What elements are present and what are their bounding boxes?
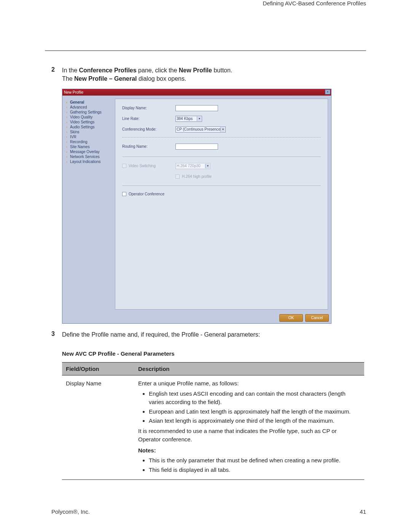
sidebar-item-video-quality[interactable]: ›Video Quality — [66, 115, 113, 119]
page-header-title: Defining AVC-Based Conference Profiles — [0, 0, 366, 6]
t: Asian text length is approximately one t… — [149, 417, 360, 425]
sidebar-item-network-services[interactable]: ›Network Services — [66, 155, 113, 159]
t: It is recommended to use a name that ind… — [138, 428, 337, 443]
operator-conference-checkbox[interactable] — [122, 192, 126, 196]
chevron-down-icon: ▾ — [197, 117, 201, 121]
header-rule — [45, 50, 366, 51]
step-3-number: 3 — [51, 331, 62, 339]
step-3: 3 Define the Profile name and, if requir… — [51, 331, 366, 339]
chevron-right-icon: › — [66, 150, 70, 154]
t: This field is displayed in all tabs. — [149, 466, 360, 474]
sidebar-item-label: General — [70, 100, 84, 104]
chevron-right-icon: › — [66, 105, 70, 109]
sidebar-item-site-names[interactable]: ›Site Names — [66, 145, 113, 149]
sidebar-item-label: Video Settings — [70, 120, 94, 124]
routing-name-input[interactable] — [175, 144, 218, 150]
sidebar-item-label: Site Names — [70, 145, 90, 149]
t: pane, click the — [137, 67, 179, 73]
chevron-right-icon: › — [66, 160, 70, 164]
chevron-right-icon: › — [66, 120, 70, 124]
video-switching-label: Video Switching — [129, 164, 156, 168]
ok-button[interactable]: OK — [279, 314, 303, 322]
dialog-footer: OK Cancel — [62, 313, 331, 323]
sidebar-item-recording[interactable]: ›Recording — [66, 140, 113, 144]
sidebar-item-label: Layout Indications — [70, 160, 101, 164]
video-switching-group: Video Switching H.264 720p30 ▾ H.264 hig… — [122, 163, 321, 179]
sidebar-item-skins[interactable]: ›Skins — [66, 130, 113, 134]
step-2-text: In the Conference Profiles pane, click t… — [62, 66, 232, 83]
dialog-sidebar: ›General ›Advanced ›Gathering Settings ›… — [62, 96, 115, 313]
footer-page-number: 41 — [360, 508, 366, 515]
conf-mode-value: CP (Continuous Presence) — [177, 127, 222, 131]
t: European and Latin text length is approx… — [149, 407, 360, 416]
h264-high-profile-label: H.264 high profile — [182, 174, 212, 179]
video-switching-select: H.264 720p30 ▾ — [175, 163, 210, 169]
chevron-right-icon: › — [66, 155, 70, 159]
sidebar-item-label: Message Overlay — [70, 150, 100, 154]
step-3-text: Define the Profile name and, if required… — [62, 331, 260, 339]
table-cell-description: Enter a unique Profile name, as follows:… — [134, 375, 364, 480]
sidebar-item-message-overlay[interactable]: ›Message Overlay — [66, 150, 113, 154]
h264-high-profile-checkbox — [175, 174, 180, 179]
cancel-button[interactable]: Cancel — [305, 314, 329, 322]
routing-name-label: Routing Name: — [122, 144, 175, 149]
chevron-right-icon: › — [66, 115, 70, 119]
sidebar-item-label: Network Services — [70, 155, 100, 159]
footer-company: Polycom®, Inc. — [51, 508, 90, 515]
operator-conference-label: Operator Conference — [129, 192, 164, 196]
new-profile-dialog: New Profile × ›General ›Advanced ›Gather… — [62, 89, 331, 324]
table-title: New AVC CP Profile - General Parameters — [62, 350, 366, 357]
t: English text uses ASCII encoding and can… — [149, 390, 360, 407]
t: Conference Profiles — [79, 67, 136, 73]
sidebar-item-general[interactable]: ›General — [66, 100, 113, 104]
sidebar-item-layout-indications[interactable]: ›Layout Indications — [66, 160, 113, 164]
t: Enter a unique Profile name, as follows: — [138, 380, 239, 387]
separator — [122, 157, 321, 157]
table-row: Display Name Enter a unique Profile name… — [62, 375, 364, 480]
line-rate-value: 384 Kbps — [177, 117, 193, 121]
sidebar-item-advanced[interactable]: ›Advanced — [66, 105, 113, 109]
sidebar-item-label: Recording — [70, 140, 88, 144]
chevron-right-icon: › — [66, 140, 70, 144]
step-2: 2 In the Conference Profiles pane, click… — [51, 66, 366, 83]
sidebar-item-ivr[interactable]: ›IVR — [66, 135, 113, 139]
t: The — [62, 75, 74, 82]
sidebar-item-label: Audio Settings — [70, 125, 95, 129]
step-2-number: 2 — [51, 66, 62, 83]
t: dialog box opens. — [137, 75, 186, 82]
sidebar-item-video-settings[interactable]: ›Video Settings — [66, 120, 113, 124]
table-header-description: Description — [134, 363, 364, 375]
close-icon[interactable]: × — [325, 89, 330, 94]
table-header-field: Field/Option — [62, 363, 134, 375]
line-rate-label: Line Rate: — [122, 117, 175, 121]
notes-label: Notes: — [138, 446, 360, 455]
separator — [122, 185, 321, 186]
separator — [122, 137, 321, 137]
chevron-right-icon: › — [66, 125, 70, 129]
video-switching-select-value: H.264 720p30 — [177, 164, 201, 168]
sidebar-item-label: Advanced — [70, 105, 87, 109]
sidebar-item-label: IVR — [70, 135, 76, 139]
sidebar-item-label: Skins — [70, 130, 79, 134]
chevron-right-icon: › — [66, 101, 70, 104]
dialog-title: New Profile — [64, 90, 83, 94]
sidebar-item-label: Video Quality — [70, 115, 92, 119]
table-cell-field: Display Name — [62, 375, 134, 480]
chevron-right-icon: › — [66, 135, 70, 139]
sidebar-item-gathering[interactable]: ›Gathering Settings — [66, 110, 113, 114]
t: New Profile — [179, 67, 212, 73]
video-switching-checkbox — [122, 164, 126, 168]
chevron-down-icon: ▾ — [205, 164, 210, 168]
t: New Profile – General — [74, 75, 137, 82]
line-rate-select[interactable]: 384 Kbps ▾ — [175, 116, 202, 122]
conf-mode-label: Conferencing Mode: — [122, 127, 175, 131]
display-name-input[interactable] — [175, 105, 218, 111]
parameters-table: Field/Option Description Display Name En… — [62, 362, 364, 480]
chevron-right-icon: › — [66, 145, 70, 149]
t: button. — [212, 67, 232, 73]
conf-mode-select[interactable]: CP (Continuous Presence) ▾ — [175, 126, 226, 133]
sidebar-item-audio-settings[interactable]: ›Audio Settings — [66, 125, 113, 129]
t: In the — [62, 67, 79, 73]
chevron-down-icon: ▾ — [220, 127, 225, 132]
page-footer: Polycom®, Inc. 41 — [51, 508, 366, 515]
